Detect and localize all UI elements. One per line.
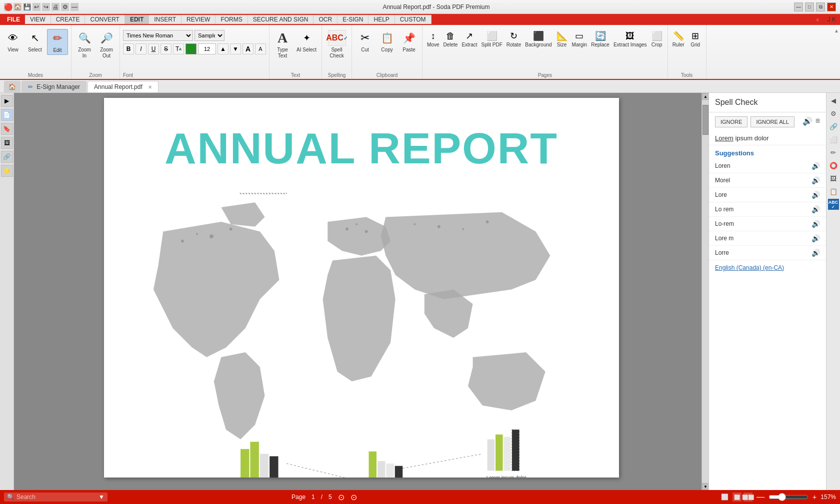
sidebar-bookmarks-icon[interactable]: 🔖 — [1, 123, 13, 135]
ribbon-collapse-btn[interactable]: ▲ — [833, 27, 840, 34]
list-icon[interactable]: ≡ — [816, 116, 820, 127]
paste-btn[interactable]: 📌 Paste — [399, 29, 419, 54]
crop-btn[interactable]: ⬜ Crop — [650, 29, 664, 48]
suggestion-lorre[interactable]: Lorre 🔊 — [709, 246, 826, 260]
suggestion-loren[interactable]: Loren 🔊 — [709, 159, 826, 173]
size-btn[interactable]: 📐 Size — [554, 29, 570, 48]
menu-convert[interactable]: CONVERT — [85, 15, 124, 24]
extract-btn[interactable]: ↗ Extract — [460, 29, 478, 48]
underline-btn[interactable]: U — [148, 43, 159, 54]
tab-esign-manager[interactable]: ✏ E-Sign Manager — [22, 81, 86, 92]
menu-custom[interactable]: CUSTOM — [395, 15, 432, 24]
right-stamp-icon[interactable]: ⬜ — [828, 134, 839, 145]
bold-btn[interactable]: B — [123, 43, 134, 54]
ignore-all-btn[interactable]: IGNORE ALL — [750, 116, 794, 127]
home-icon[interactable]: 🏠 — [14, 3, 22, 11]
zoom-slider[interactable] — [768, 493, 808, 501]
move-btn[interactable]: ↕ Move — [426, 29, 440, 48]
font-style-select[interactable]: Sample — [194, 30, 224, 41]
font-size-up-btn[interactable]: ▲ — [218, 43, 228, 54]
menu-edit[interactable]: EDIT — [125, 15, 149, 24]
restore-btn[interactable]: ⧉ — [816, 2, 825, 11]
zoom-out-btn[interactable]: 🔎 ZoomOut — [96, 29, 116, 60]
nav-next-btn[interactable]: ⊙ — [350, 493, 357, 502]
scroll-up-btn[interactable]: ▲ — [702, 93, 708, 100]
minimize-icon[interactable]: — — [70, 3, 78, 11]
scroll-thumb[interactable] — [702, 105, 708, 135]
minimize-btn[interactable]: — — [794, 2, 803, 11]
right-link-icon[interactable]: 🔗 — [828, 121, 839, 132]
ruler-btn[interactable]: 📏 Ruler — [671, 29, 686, 48]
tab-document[interactable]: Annual Report.pdf ✕ — [88, 81, 158, 92]
superscript-btn[interactable]: TA — [173, 43, 184, 54]
redo-icon[interactable]: ↪ — [42, 3, 50, 11]
split-pdf-btn[interactable]: ⬜ Split PDF — [480, 29, 504, 48]
copy-btn[interactable]: 📋 Copy — [377, 29, 397, 54]
view-btn[interactable]: 👁 View — [3, 29, 23, 54]
menu-insert[interactable]: INSERT — [149, 15, 182, 24]
suggestion-lo-rem[interactable]: Lo rem 🔊 — [709, 202, 826, 217]
strikethrough-btn[interactable]: S — [160, 43, 172, 54]
font-shrink-btn[interactable]: A — [255, 43, 266, 54]
zoom-in-status-btn[interactable]: + — [812, 493, 816, 501]
menubar-expand-icon[interactable]: 🔺 — [812, 16, 824, 23]
menu-secure[interactable]: SECURE AND SIGN — [248, 15, 314, 24]
sidebar-pages-icon[interactable]: 📄 — [1, 109, 13, 121]
speaker-icon-lorre[interactable]: 🔊 — [812, 249, 820, 257]
settings-icon[interactable]: ⚙ — [61, 3, 69, 11]
speaker-icon-lore[interactable]: 🔊 — [812, 191, 820, 199]
language-link[interactable]: English (Canada) (en-CA) — [709, 260, 826, 275]
abc-spell-icon[interactable]: ABC ✓ — [828, 199, 839, 210]
menu-forms[interactable]: FORMS — [216, 15, 248, 24]
sidebar-links-icon[interactable]: 🔗 — [1, 151, 13, 163]
scroll-down-btn[interactable]: ▼ — [702, 483, 708, 490]
maximize-btn[interactable]: □ — [805, 2, 814, 11]
suggestion-lore-m[interactable]: Lore m 🔊 — [709, 231, 826, 246]
menu-esign[interactable]: E-SIGN — [338, 15, 368, 24]
grid-btn[interactable]: ⊞ Grid — [688, 29, 703, 48]
menu-create[interactable]: CREATE — [51, 15, 86, 24]
nav-prev-btn[interactable]: ⊙ — [338, 493, 344, 502]
cut-btn[interactable]: ✂ Cut — [355, 29, 375, 54]
type-text-btn[interactable]: A TypeText — [272, 29, 292, 60]
menu-ocr[interactable]: OCR — [314, 15, 338, 24]
tab-home[interactable]: 🏠 — [4, 81, 20, 92]
select-btn[interactable]: ↖ Select — [25, 29, 45, 54]
speaker-icon-lorem[interactable]: 🔊 — [812, 205, 820, 213]
save-icon[interactable]: 💾 — [23, 3, 31, 11]
font-grow-btn[interactable]: A — [242, 43, 254, 54]
ai-select-btn[interactable]: ✦ AI Select — [294, 29, 318, 54]
menu-view[interactable]: VIEW — [25, 15, 51, 24]
menu-help[interactable]: HELP — [368, 15, 394, 24]
font-size-input[interactable] — [198, 43, 216, 54]
sidebar-star-icon[interactable]: ⭐ — [1, 165, 13, 177]
replace-btn[interactable]: 🔄 Replace — [590, 29, 611, 48]
double-page-btn[interactable]: ⬜⬜ — [744, 493, 752, 502]
extract-images-btn[interactable]: 🖼 Extract Images — [612, 29, 648, 48]
right-highlight-icon[interactable]: ⭕ — [828, 160, 839, 171]
font-color-swatch[interactable] — [186, 43, 196, 54]
single-page-btn[interactable]: ⬜ — [732, 493, 742, 502]
right-arrow-icon[interactable]: ◀ — [828, 95, 839, 106]
margin-btn[interactable]: ▭ Margin — [570, 29, 589, 48]
edit-btn[interactable]: ✏ Edit — [47, 29, 68, 55]
speaker-icon-morel[interactable]: 🔊 — [812, 176, 820, 184]
font-size-down-btn[interactable]: ▼ — [230, 43, 241, 54]
speaker-icon-lorem-h[interactable]: 🔊 — [812, 220, 820, 228]
background-btn[interactable]: ⬛ Background — [524, 29, 553, 48]
sidebar-expand-icon[interactable]: ▶ — [1, 95, 13, 107]
right-settings-icon[interactable]: ⚙ — [828, 108, 839, 119]
rotate-btn[interactable]: ↻ Rotate — [505, 29, 522, 48]
zoom-in-btn[interactable]: 🔍 ZoomIn — [74, 29, 94, 60]
italic-btn[interactable]: I — [136, 43, 146, 54]
search-dropdown-icon[interactable]: ▼ — [98, 494, 104, 501]
spell-check-btn[interactable]: ABC✓ SpellCheck — [326, 29, 348, 60]
search-input[interactable] — [16, 494, 96, 501]
close-btn[interactable]: ✕ — [827, 2, 836, 11]
menu-review[interactable]: REVIEW — [182, 15, 216, 24]
suggestion-morel[interactable]: Morel 🔊 — [709, 173, 826, 188]
speaker-icon-lore-m[interactable]: 🔊 — [812, 234, 820, 242]
right-pen-icon[interactable]: ✏ — [828, 147, 839, 158]
file-menu[interactable]: FILE — [2, 15, 25, 24]
print-icon[interactable]: 🖨 — [52, 3, 60, 11]
